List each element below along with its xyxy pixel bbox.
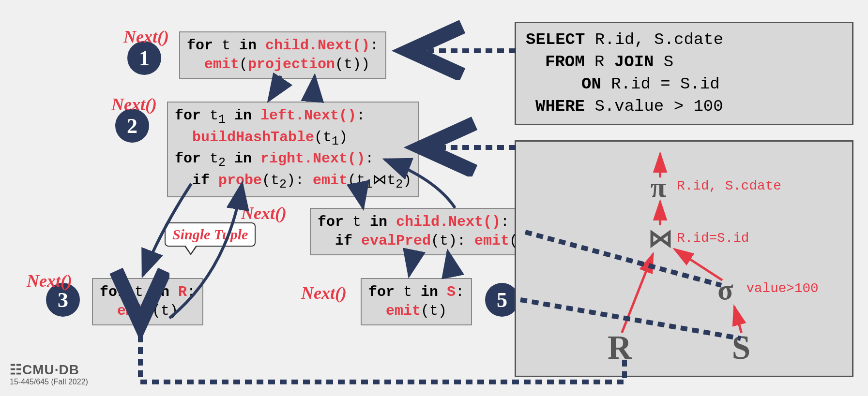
code-box-4: for t in child.Next(): if evalPred(t): e… <box>310 208 543 255</box>
op-S: S <box>732 329 750 366</box>
code-box-2: for t1 in left.Next(): buildHashTable(t1… <box>167 102 419 197</box>
op-join-label: R.id=S.id <box>677 231 749 246</box>
next-label-4: Next() <box>241 203 287 223</box>
next-label-5: Next() <box>301 283 347 303</box>
op-sigma: σ <box>717 274 733 306</box>
logo-text: ☷CMU·DB <box>10 362 88 378</box>
op-sigma-label: value>100 <box>746 281 818 296</box>
code-box-1: for t in child.Next(): emit(projection(t… <box>179 31 386 79</box>
svg-line-3 <box>674 249 722 280</box>
op-pi: π <box>651 171 666 203</box>
badge-1-num: 1 <box>139 46 150 71</box>
op-pi-label: R.id, S.cdate <box>677 178 781 193</box>
sql-box: SELECT R.id, S.cdate FROM R JOIN S ON R.… <box>515 22 853 125</box>
badge-2-num: 2 <box>127 114 137 138</box>
sql-line-1: SELECT R.id, S.cdate <box>526 29 842 51</box>
next-label-2: Next() <box>111 94 157 115</box>
op-R: R <box>608 329 632 366</box>
single-tuple-callout: Single Tuple <box>165 222 256 247</box>
next-label-1: Next() <box>123 27 169 47</box>
code-box-5: for t in S: emit(t) <box>361 278 472 325</box>
badge-5-num: 5 <box>497 288 507 312</box>
sql-line-4: WHERE S.value > 100 <box>526 96 842 118</box>
badge-3-num: 3 <box>58 288 68 312</box>
sql-line-2: FROM R JOIN S <box>526 51 842 73</box>
svg-line-2 <box>622 254 653 333</box>
code-box-3: for t in R: emit(t) <box>92 278 203 325</box>
badge-5: 5 <box>485 283 519 317</box>
footer-logo: ☷CMU·DB 15-445/645 (Fall 2022) <box>10 362 88 386</box>
query-tree-svg: π R.id, S.cdate ⋈ R.id=S.id σ value>100 … <box>516 142 852 376</box>
query-tree-box: π R.id, S.cdate ⋈ R.id=S.id σ value>100 … <box>515 140 853 377</box>
sql-line-3: ON R.id = S.id <box>526 73 842 96</box>
op-join: ⋈ <box>648 224 673 252</box>
next-label-3: Next() <box>27 271 72 291</box>
course-code: 15-445/645 (Fall 2022) <box>10 378 88 386</box>
db-icon: ☷ <box>10 362 22 377</box>
